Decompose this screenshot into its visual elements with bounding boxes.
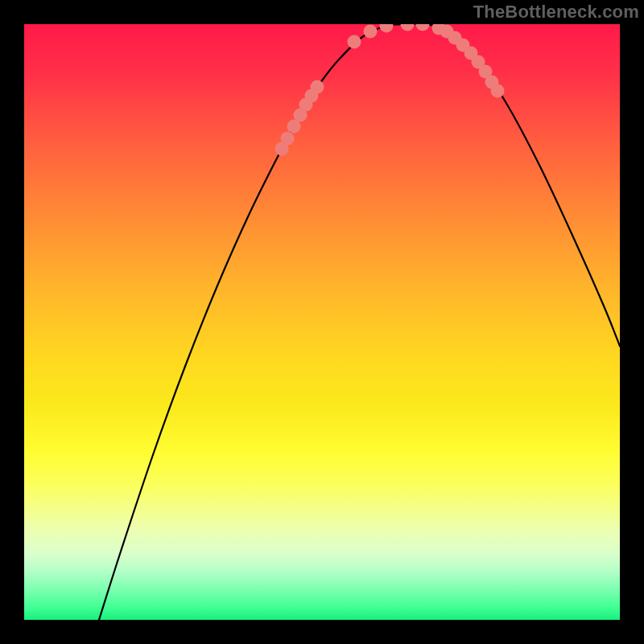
curve-line (99, 24, 620, 620)
highlight-markers (275, 24, 505, 156)
watermark-text: TheBottleneck.com (473, 2, 639, 23)
chart-frame: TheBottleneck.com (0, 0, 644, 644)
marker-dot (491, 85, 505, 98)
marker-dot (281, 132, 295, 146)
chart-svg (24, 24, 620, 620)
marker-dot (416, 24, 430, 31)
marker-dot (380, 24, 394, 33)
marker-dot (311, 80, 324, 94)
marker-dot (348, 35, 361, 49)
plot-area (24, 24, 620, 620)
marker-dot (364, 25, 378, 39)
marker-dot (401, 24, 415, 31)
